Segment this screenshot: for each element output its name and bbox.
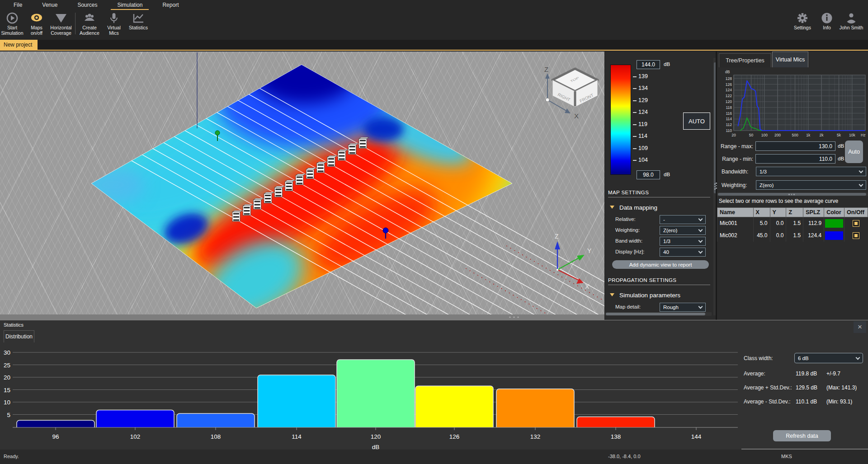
tab-virtual-mics[interactable]: Virtual Mics <box>772 52 808 67</box>
range-min-input[interactable]: 110.0 <box>755 154 835 164</box>
mic-x: 5.0 <box>753 217 770 230</box>
chart-line-icon <box>132 11 145 25</box>
hist-xtick-label: 138 <box>611 433 621 440</box>
toolbar-button-label: Maps on/off <box>31 25 42 36</box>
user-icon <box>845 11 858 25</box>
scale-tick-label: 139 <box>638 73 648 80</box>
toolbar-button-label: Settings <box>794 25 811 30</box>
stats-row-label: Average: <box>744 370 765 377</box>
scale-panel-hscrollbar[interactable] <box>605 312 712 316</box>
field-dropdown-weighting[interactable]: Z(ero) <box>660 226 706 235</box>
scale-tick-label: 119 <box>638 121 647 127</box>
tab-tree-properties[interactable]: Tree/Properties <box>719 53 771 67</box>
menu-venue[interactable]: Venue <box>36 0 64 10</box>
hist-xtick-label: 108 <box>211 433 221 440</box>
hist-xtick-label: 126 <box>449 433 460 440</box>
project-tab-bar: New project <box>0 40 868 51</box>
mic-table-header-y[interactable]: Y <box>770 208 786 217</box>
graph-ytick-label: 124 <box>726 88 732 92</box>
scale-tick-dash <box>633 100 637 101</box>
scale-tick-dash <box>633 112 637 113</box>
toolbar-virtual-mics[interactable]: Virtual Mics <box>102 10 126 39</box>
field-label: Map detail: <box>615 304 641 309</box>
hist-xtick-label: 144 <box>691 433 702 440</box>
mic-color-swatch[interactable] <box>825 219 843 228</box>
mic-table-header-x[interactable]: X <box>753 208 770 217</box>
status-ready: Ready. <box>4 454 19 459</box>
mic-table-header-z[interactable]: Z <box>786 208 803 217</box>
scale-max-input[interactable] <box>637 60 660 69</box>
collapse-triangle-icon[interactable] <box>610 293 614 296</box>
mic-color-swatch[interactable] <box>825 231 843 240</box>
weighting-dropdown[interactable]: Z(ero) <box>756 180 866 190</box>
mic-onoff-cell <box>844 230 868 242</box>
toolbar-create-audience[interactable]: Create Audience <box>77 10 102 39</box>
table-row[interactable]: Mic00245.00.01.5124.4 <box>717 230 868 242</box>
scale-tick-label: 134 <box>638 85 648 91</box>
menu-bar: FileVenueSourcesSimulationReport <box>0 0 192 10</box>
navigation-cube[interactable]: ZXTOPRIGHTFRONT <box>544 66 598 120</box>
hist-ytick-label: 15 <box>4 387 10 394</box>
hist-ytick-label: 5 <box>7 412 10 418</box>
field-dropdown-mapdetail[interactable]: Rough <box>660 303 706 312</box>
toolbar-start-simulation[interactable]: Start Simulation <box>0 10 24 39</box>
chevron-down-icon <box>856 355 860 360</box>
mic-onoff-checkbox[interactable] <box>853 220 859 227</box>
menu-simulation[interactable]: Simulation <box>111 0 149 10</box>
field-dropdown-displayhz[interactable]: 40 <box>660 248 706 257</box>
graph-xaxis-unit: Hz <box>861 133 865 137</box>
mic-x: 45.0 <box>753 230 770 242</box>
collapse-triangle-icon[interactable] <box>610 206 614 209</box>
range-auto-button[interactable]: Auto <box>845 141 863 163</box>
viewport-3d[interactable]: ZXTOPRIGHTFRONTZYX <box>0 52 604 320</box>
scale-auto-button[interactable]: AUTO <box>683 112 710 130</box>
mic-panel-hscrollbar[interactable] <box>717 192 868 196</box>
weighting-value: Z(ero) <box>760 183 774 188</box>
toolbar-maps-on-off[interactable]: Maps on/off <box>24 10 49 39</box>
mic-table-header-onoff[interactable]: On/Off <box>844 208 868 217</box>
close-icon[interactable]: × <box>854 321 866 333</box>
simulation-parameters-title[interactable]: Simulation parameters <box>619 292 680 299</box>
data-mapping-title[interactable]: Data mapping <box>619 204 657 211</box>
add-dynamic-view-button[interactable]: Add dynamic view to report <box>612 260 709 269</box>
tab-new-project[interactable]: New project <box>0 40 38 50</box>
table-row[interactable]: Mic0015.00.01.5112.9 <box>717 217 868 230</box>
toolbar-settings[interactable]: Settings <box>790 10 815 39</box>
bandwidth-dropdown[interactable]: 1/3 <box>756 167 866 176</box>
field-dropdown-bandwidth[interactable]: 1/3 <box>660 237 706 246</box>
class-width-dropdown[interactable]: 6 dB <box>794 353 863 363</box>
scale-min-unit: dB <box>664 172 670 177</box>
menu-sources[interactable]: Sources <box>71 0 104 10</box>
refresh-data-button[interactable]: Refresh data <box>773 430 831 441</box>
scale-tick-label: 104 <box>638 157 648 163</box>
toolbar-statistics[interactable]: Statistics <box>126 10 151 39</box>
range-max-input[interactable]: 130.0 <box>755 141 835 151</box>
scale-min-input[interactable] <box>637 170 660 179</box>
toolbar-info[interactable]: Info <box>815 10 839 39</box>
toolbar-button-label: Horizontal Coverage <box>50 25 71 36</box>
mic-color-cell[interactable] <box>824 217 844 230</box>
toolbar-horizontal-coverage[interactable]: Horizontal Coverage <box>49 10 73 39</box>
mic-name: Mic002 <box>717 230 754 242</box>
menu-file[interactable]: File <box>7 0 28 10</box>
field-dropdown-relative[interactable]: - <box>660 215 706 224</box>
range-min-unit: dB <box>838 156 844 161</box>
toolbar-button-label: Create Audience <box>80 25 99 36</box>
mic-table-header-color[interactable]: Color <box>824 208 844 217</box>
mic-onoff-checkbox[interactable] <box>853 232 859 239</box>
menu-report[interactable]: Report <box>156 0 185 10</box>
play-circle-icon <box>6 11 19 25</box>
mic-table-header-splz[interactable]: SPLZ <box>803 208 824 217</box>
mic-color-cell[interactable] <box>824 230 844 242</box>
mic-table-header-name[interactable]: Name <box>717 208 754 217</box>
stats-row-value: 119.8 dB <box>796 370 817 377</box>
weighting-label: Weighting: <box>722 182 747 188</box>
graph-xtick-label: 200 <box>774 133 781 137</box>
toolbar-john-smith[interactable]: John Smith <box>839 10 863 39</box>
eye-icon <box>30 11 43 25</box>
dropdown-value: - <box>663 217 665 222</box>
tab-distribution[interactable]: Distribution <box>4 330 34 342</box>
statistics-title: Statistics <box>4 322 24 328</box>
virtual-mics-panel: Tree/Properties Virtual Mics 11011211411… <box>717 52 868 320</box>
stats-row-extra: (Min: 93.1) <box>826 398 852 405</box>
